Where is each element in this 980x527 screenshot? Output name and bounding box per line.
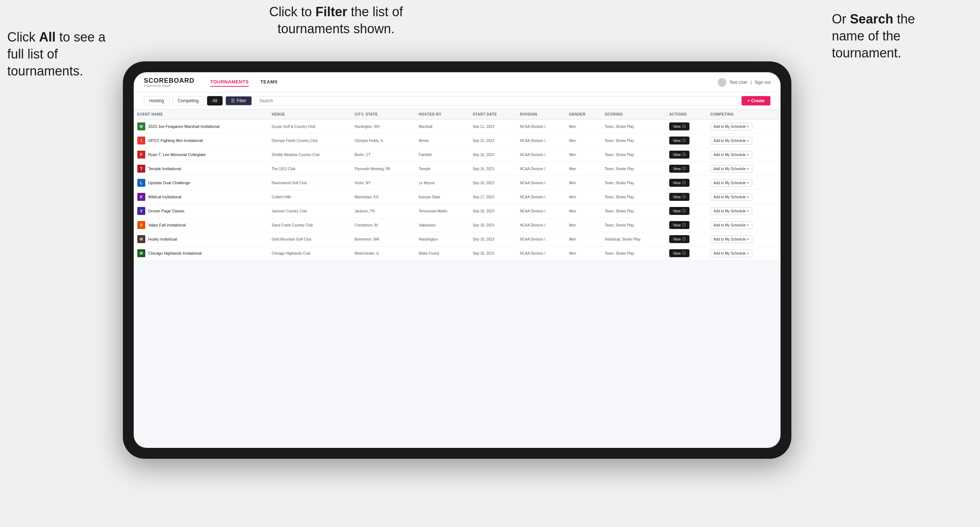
- cell-city-state-8: Bremerton, WA: [351, 232, 415, 246]
- cell-venue-9: Chicago Highlands Club: [268, 246, 351, 260]
- cell-start-date-3: Sep 16, 2023: [469, 162, 516, 176]
- info-icon-7: ⓘ: [682, 222, 686, 227]
- cell-scoring-9: Team, Stroke Play: [601, 246, 666, 260]
- annotation-top-left: Click All to see a full list of tourname…: [7, 29, 108, 79]
- cell-hosted-by-4: Le Moyne: [415, 176, 469, 190]
- view-button-6[interactable]: View ⓘ: [669, 207, 689, 215]
- add-schedule-button-4[interactable]: Add to My Schedule +: [710, 179, 752, 187]
- cell-hosted-by-5: Kansas State: [415, 190, 469, 204]
- add-schedule-button-1[interactable]: Add to My Schedule +: [710, 137, 752, 144]
- info-icon-6: ⓘ: [682, 208, 686, 213]
- add-schedule-button-2[interactable]: Add to My Schedule +: [710, 151, 752, 159]
- search-input[interactable]: [255, 96, 739, 105]
- cell-actions-3: View ⓘ: [666, 162, 706, 176]
- user-area: Test User | Sign out: [718, 78, 770, 87]
- user-name: Test User: [729, 80, 748, 85]
- filter-button[interactable]: ☰ Filter: [226, 96, 252, 105]
- cell-division-0: NCAA Division I: [516, 119, 566, 133]
- cell-hosted-by-2: Fairfield: [415, 148, 469, 162]
- cell-venue-5: Colbert Hills: [268, 190, 351, 204]
- cell-scoring-5: Team, Stroke Play: [601, 190, 666, 204]
- cell-venue-7: Sand Creek Country Club: [268, 218, 351, 232]
- view-button-7[interactable]: View ⓘ: [669, 221, 689, 229]
- event-name-5: Wildcat Invitational: [148, 195, 181, 199]
- filter-icon: ☰: [231, 98, 235, 103]
- table-row: K Wildcat Invitational Colbert Hills Man…: [134, 190, 781, 204]
- logo-sub: Powered by clippd: [144, 84, 194, 87]
- info-icon-3: ⓘ: [682, 166, 686, 171]
- cell-hosted-by-9: Wake Forest: [415, 246, 469, 260]
- view-button-2[interactable]: View ⓘ: [669, 151, 689, 159]
- col-actions: ACTIONS: [666, 110, 706, 119]
- team-logo-2: F: [137, 151, 145, 159]
- event-name-4: Upstate Dual Challenge: [148, 181, 190, 185]
- cell-division-2: NCAA Division I: [516, 148, 566, 162]
- cell-start-date-2: Sep 16, 2023: [469, 148, 516, 162]
- cell-scoring-3: Team, Stroke Play: [601, 162, 666, 176]
- cell-gender-1: Men: [566, 133, 601, 148]
- cell-gender-3: Men: [566, 162, 601, 176]
- tournaments-table: EVENT NAME VENUE CITY, STATE HOSTED BY S…: [134, 110, 781, 260]
- cell-start-date-6: Sep 18, 2023: [469, 204, 516, 218]
- cell-division-7: NCAA Division I: [516, 218, 566, 232]
- cell-event-name-7: V Valpo Fall Invitational: [134, 218, 268, 232]
- cell-actions-0: View ⓘ: [666, 119, 706, 133]
- separator: |: [751, 80, 752, 85]
- nav-teams[interactable]: TEAMS: [260, 78, 277, 87]
- cell-division-8: NCAA Division I: [516, 232, 566, 246]
- create-button[interactable]: + Create: [741, 96, 770, 105]
- cell-division-9: NCAA Division I: [516, 246, 566, 260]
- cell-actions-8: View ⓘ: [666, 232, 706, 246]
- sign-out-link[interactable]: Sign out: [754, 80, 770, 85]
- cell-scoring-1: Team, Stroke Play: [601, 133, 666, 148]
- cell-venue-6: Jackson Country Club: [268, 204, 351, 218]
- add-schedule-button-6[interactable]: Add to My Schedule +: [710, 207, 752, 215]
- view-button-4[interactable]: View ⓘ: [669, 179, 689, 187]
- add-schedule-button-9[interactable]: Add to My Schedule +: [710, 249, 752, 257]
- view-button-8[interactable]: View ⓘ: [669, 235, 689, 243]
- team-logo-8: W: [137, 235, 145, 243]
- view-button-5[interactable]: View ⓘ: [669, 193, 689, 201]
- filter-bar: Hosting Competing All ☰ Filter + Create: [134, 92, 781, 110]
- tab-competing[interactable]: Competing: [172, 96, 204, 105]
- info-icon-0: ⓘ: [682, 124, 686, 129]
- team-logo-3: T: [137, 165, 145, 173]
- view-button-3[interactable]: View ⓘ: [669, 165, 689, 173]
- cell-city-state-4: Victor, NY: [351, 176, 415, 190]
- col-event-name: EVENT NAME: [134, 110, 268, 119]
- event-name-7: Valpo Fall Invitational: [148, 223, 186, 227]
- view-button-0[interactable]: View ⓘ: [669, 122, 689, 130]
- cell-division-6: NCAA Division I: [516, 204, 566, 218]
- view-button-1[interactable]: View ⓘ: [669, 137, 689, 144]
- add-schedule-button-7[interactable]: Add to My Schedule +: [710, 221, 752, 229]
- team-logo-9: W: [137, 249, 145, 257]
- tab-all[interactable]: All: [207, 96, 223, 105]
- logo-area: SCOREBOARD Powered by clippd: [144, 77, 194, 87]
- event-name-6: Grover Page Classic: [148, 209, 185, 213]
- cell-start-date-0: Sep 11, 2023: [469, 119, 516, 133]
- cell-division-1: NCAA Division I: [516, 133, 566, 148]
- table-row: L Upstate Dual Challenge Ravenwood Golf …: [134, 176, 781, 190]
- info-icon-5: ⓘ: [682, 194, 686, 199]
- cell-actions-6: View ⓘ: [666, 204, 706, 218]
- tab-hosting[interactable]: Hosting: [144, 96, 169, 105]
- event-name-0: 2023 Joe Feaganes Marshall Invitational: [148, 124, 220, 129]
- cell-event-name-0: M 2023 Joe Feaganes Marshall Invitationa…: [134, 119, 268, 133]
- cell-competing-1: Add to My Schedule +: [707, 133, 781, 148]
- add-schedule-button-8[interactable]: Add to My Schedule +: [710, 235, 752, 243]
- col-city-state: CITY, STATE: [351, 110, 415, 119]
- cell-competing-5: Add to My Schedule +: [707, 190, 781, 204]
- nav-tournaments[interactable]: TOURNAMENTS: [210, 78, 248, 87]
- add-schedule-button-0[interactable]: Add to My Schedule +: [710, 123, 752, 130]
- cell-scoring-0: Team, Stroke Play: [601, 119, 666, 133]
- cell-hosted-by-3: Temple: [415, 162, 469, 176]
- tablet-frame: SCOREBOARD Powered by clippd TOURNAMENTS…: [123, 61, 791, 459]
- add-schedule-button-5[interactable]: Add to My Schedule +: [710, 193, 752, 201]
- col-competing: COMPETING: [707, 110, 781, 119]
- add-schedule-button-3[interactable]: Add to My Schedule +: [710, 165, 752, 173]
- filter-label: Filter: [237, 98, 247, 103]
- cell-actions-4: View ⓘ: [666, 176, 706, 190]
- event-name-2: Ryan T. Lee Memorial Collegiate: [148, 152, 205, 157]
- view-button-9[interactable]: View ⓘ: [669, 249, 689, 257]
- cell-competing-9: Add to My Schedule +: [707, 246, 781, 260]
